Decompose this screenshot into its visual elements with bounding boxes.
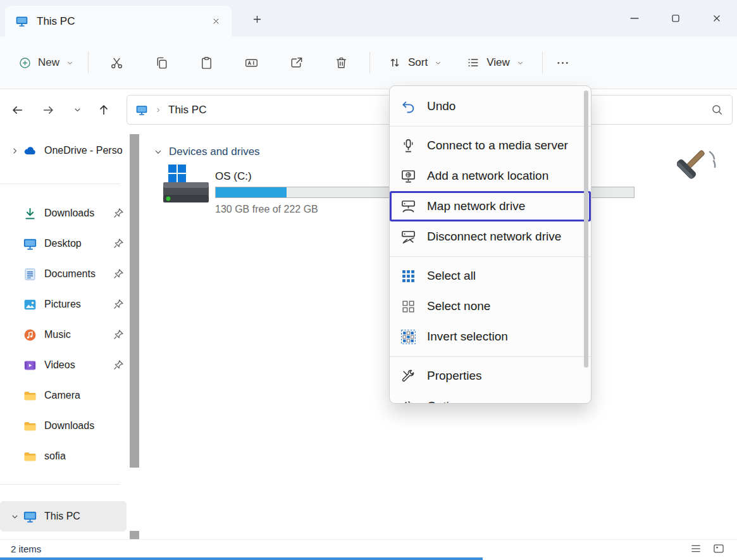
sidebar-item-label: This PC: [44, 511, 125, 522]
sidebar-item-label: Documents: [44, 268, 112, 280]
sidebar-scrollbar[interactable]: [130, 134, 139, 468]
menu-item-connect-media-server[interactable]: Connect to a media server: [390, 130, 591, 161]
sidebar-item-downloads-folder[interactable]: Downloads: [0, 411, 127, 441]
breadcrumb-chevron-icon: [154, 106, 162, 114]
videos-icon: [23, 358, 37, 373]
see-more-button[interactable]: [548, 49, 578, 77]
rename-button[interactable]: [237, 49, 266, 77]
new-tab-button[interactable]: [245, 8, 269, 30]
recent-locations-button[interactable]: [66, 99, 89, 121]
properties-icon: [400, 368, 416, 384]
sidebar-item-onedrive[interactable]: OneDrive - Perso: [0, 135, 127, 166]
options-gear-icon: [400, 399, 416, 404]
new-button-label: New: [38, 56, 59, 69]
tab-this-pc[interactable]: This PC: [5, 6, 232, 37]
expand-chevron[interactable]: [6, 512, 23, 521]
menu-item-select-all[interactable]: Select all: [390, 261, 591, 291]
minimize-button[interactable]: [614, 0, 655, 37]
tab-close-button[interactable]: [206, 13, 225, 30]
more-options-menu: Undo Connect to a media server Add a net…: [389, 85, 591, 404]
folder-icon: [23, 449, 37, 464]
view-button[interactable]: View: [458, 49, 533, 76]
add-network-location-icon: [400, 168, 416, 184]
expand-chevron[interactable]: [6, 146, 23, 156]
sidebar-item-music[interactable]: Music: [0, 320, 127, 350]
folder-icon: [23, 389, 37, 403]
cut-button[interactable]: [102, 49, 132, 77]
forward-arrow-icon: [41, 103, 55, 117]
music-icon: [23, 328, 37, 342]
sidebar-item-camera[interactable]: Camera: [0, 380, 127, 411]
maximize-button[interactable]: [655, 0, 696, 37]
rename-icon: [244, 56, 259, 70]
toolbar-separator: [369, 52, 370, 73]
menu-item-undo[interactable]: Undo: [390, 91, 591, 121]
sidebar-item-documents[interactable]: Documents: [0, 259, 127, 289]
disconnect-network-drive-icon: [400, 229, 416, 245]
menu-item-label: Disconnect network drive: [427, 230, 561, 244]
menu-scrollbar[interactable]: [584, 90, 588, 368]
sidebar-item-label: Downloads: [44, 420, 125, 432]
menu-item-options[interactable]: Options: [390, 391, 591, 404]
sort-button[interactable]: Sort: [380, 49, 450, 76]
folder-icon: [23, 419, 37, 433]
sidebar-item-pictures[interactable]: Pictures: [0, 289, 127, 320]
new-plus-circle-icon: [18, 56, 32, 70]
sidebar-item-downloads[interactable]: Downloads: [0, 198, 127, 228]
forward-button[interactable]: [37, 99, 59, 121]
menu-item-add-network-location[interactable]: Add a network location: [390, 161, 591, 191]
separator: [390, 126, 591, 127]
delete-icon: [334, 56, 349, 70]
chevron-down-icon: [434, 59, 442, 67]
drive-name: OS (C:): [215, 170, 252, 183]
menu-item-label: Undo: [427, 99, 455, 113]
sidebar-item-videos[interactable]: Videos: [0, 350, 127, 380]
devices-and-drives-header[interactable]: Devices and drives: [153, 146, 260, 158]
copy-button[interactable]: [147, 49, 177, 77]
map-network-drive-icon: [400, 199, 416, 215]
menu-item-disconnect-network-drive[interactable]: Disconnect network drive: [390, 221, 591, 252]
chevron-right-icon: [10, 146, 20, 156]
breadcrumb-location[interactable]: This PC: [168, 104, 206, 116]
sidebar-item-desktop[interactable]: Desktop: [0, 228, 127, 259]
menu-item-map-network-drive[interactable]: Map network drive: [390, 191, 591, 221]
up-button[interactable]: [92, 99, 115, 121]
menu-item-select-none[interactable]: Select none: [390, 291, 591, 321]
bottom-accent-strip: [0, 557, 483, 560]
sidebar-scrollbar-end[interactable]: [130, 531, 139, 539]
pictures-icon: [23, 297, 37, 312]
share-button[interactable]: [282, 49, 311, 77]
paste-button[interactable]: [192, 49, 221, 77]
large-thumbnails-view-button[interactable]: [712, 542, 725, 555]
sidebar-item-label: Music: [44, 329, 112, 340]
view-icon: [466, 56, 480, 70]
minimize-icon: [628, 11, 641, 25]
search-button[interactable]: [710, 103, 724, 116]
close-window-button[interactable]: [696, 0, 737, 37]
menu-item-label: Options: [427, 399, 468, 404]
list-view-icon: [690, 542, 702, 555]
delete-button[interactable]: [326, 49, 356, 77]
sidebar-item-this-pc[interactable]: This PC: [0, 501, 127, 532]
more-options-icon: [555, 56, 570, 70]
menu-item-properties[interactable]: Properties: [390, 361, 591, 391]
sidebar-item-sofia[interactable]: sofia: [0, 441, 127, 471]
drive-free-space: 130 GB free of 222 GB: [215, 204, 318, 215]
sidebar-item-label: sofia: [44, 451, 125, 462]
chevron-down-icon: [10, 512, 20, 521]
close-icon: [711, 13, 722, 24]
sidebar-item-label: Pictures: [44, 299, 112, 310]
this-pc-icon: [135, 104, 148, 116]
separator: [390, 356, 591, 357]
new-button[interactable]: New: [10, 50, 82, 76]
chevron-down-icon: [66, 59, 74, 67]
tab-title: This PC: [37, 15, 198, 28]
details-view-button[interactable]: [690, 542, 702, 555]
sort-icon: [388, 56, 402, 70]
back-button[interactable]: [6, 99, 29, 121]
toolbar-separator: [88, 52, 89, 73]
paste-icon: [199, 56, 214, 70]
title-bar: This PC: [0, 0, 737, 37]
menu-item-invert-selection[interactable]: Invert selection: [390, 321, 591, 352]
thumbnail-view-icon: [712, 542, 725, 555]
